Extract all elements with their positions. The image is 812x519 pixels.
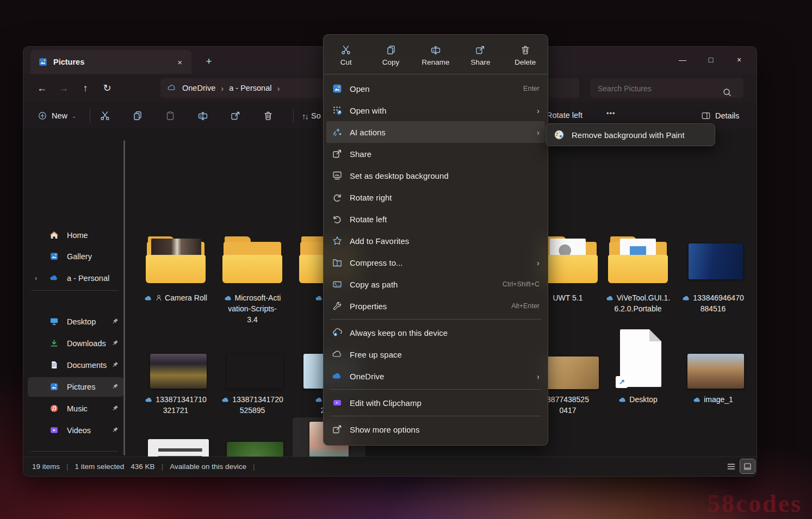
file-name: Desktop (629, 394, 657, 405)
gallery-icon (49, 252, 59, 261)
music-icon (49, 404, 59, 413)
delete-icon (263, 110, 274, 121)
menu-item-open[interactable]: OpenEnter (326, 78, 545, 99)
menu-item-always-keep-on-this-device[interactable]: Always keep on this device (326, 322, 545, 343)
toolbar-delete-button[interactable] (257, 107, 279, 124)
details-view-button[interactable] (724, 459, 739, 473)
tab-close-icon[interactable]: × (173, 57, 186, 68)
cloud-status-icon (315, 295, 324, 301)
file-name: 133846946470 (693, 292, 743, 303)
menu-item-open-with[interactable]: Open with› (326, 99, 545, 121)
toolbar-paste-button[interactable] (159, 107, 181, 124)
sidebar-item-downloads[interactable]: Downloads (28, 334, 123, 353)
toolbar-copy-button[interactable] (127, 107, 148, 124)
sidebar-item-videos[interactable]: Videos (28, 421, 123, 440)
maximize-button[interactable]: □ (697, 47, 725, 73)
forward-button[interactable]: → (53, 83, 75, 94)
sidebar-item-a-personal[interactable]: ›a - Personal (28, 268, 123, 288)
sidebar-item-music[interactable]: Music (28, 399, 123, 418)
ai-actions-submenu-item[interactable]: Remove background with Paint (546, 123, 715, 146)
see-more-button[interactable]: ••• (606, 109, 616, 117)
rotate-right-icon (332, 192, 343, 203)
search-input[interactable] (597, 78, 724, 99)
menu-item-compress-to[interactable]: Compress to...› (326, 252, 545, 273)
svg-text:A: A (432, 49, 435, 52)
cloud-status-icon (682, 295, 691, 301)
new-tab-button[interactable]: + (201, 53, 217, 70)
minimize-button[interactable]: — (668, 47, 697, 73)
toolbar-rename-button[interactable]: A (192, 107, 214, 124)
menu-item-onedrive[interactable]: OneDrive› (326, 365, 545, 387)
sidebar-item-pictures[interactable]: Pictures (28, 377, 123, 397)
file-name: 133871341720 (232, 394, 283, 405)
sidebar-item-desktop[interactable]: Desktop (28, 312, 123, 332)
menu-item-set-as-desktop-background[interactable]: Set as desktop background (326, 165, 545, 186)
menu-item-edit-with-clipchamp[interactable]: Edit with Clipchamp (326, 392, 545, 414)
svg-text:A: A (200, 115, 202, 118)
menu-item-properties[interactable]: PropertiesAlt+Enter (326, 295, 545, 317)
sort-button[interactable]: ↑↓ So (302, 107, 321, 124)
menu-item-ai-actions[interactable]: AI actions› (326, 121, 545, 143)
file-name: 3.4 (247, 314, 257, 325)
breadcrumb-cloud-icon (167, 83, 177, 93)
breadcrumb-chevron-icon[interactable]: › (277, 84, 280, 93)
breadcrumb-a-personal[interactable]: a - Personal (229, 84, 271, 92)
tab-pictures[interactable]: Pictures × (30, 50, 191, 74)
menu-accelerator: Ctrl+Shift+C (503, 280, 540, 288)
cloud-status-icon (606, 295, 615, 301)
search-box[interactable] (590, 78, 743, 98)
status-bar: 19 items | 1 item selected 436 KB | Avai… (23, 457, 757, 476)
sidebar-item-gallery[interactable]: Gallery (28, 247, 123, 266)
cloud-status-icon (144, 295, 153, 301)
sidebar-item-label: Desktop (67, 317, 109, 326)
menu-item-rotate-right[interactable]: Rotate right (326, 186, 545, 208)
large-icons-view-button[interactable] (740, 459, 755, 473)
copy-icon (132, 110, 143, 121)
menu-item-label: Open (350, 84, 516, 93)
toolbar-cut-button[interactable] (94, 107, 116, 124)
sidebar-scrollbar[interactable] (123, 140, 125, 455)
menu-item-share[interactable]: Share (326, 143, 545, 165)
menu-item-label: OneDrive (350, 372, 530, 381)
sidebar-item-documents[interactable]: Documents (28, 355, 123, 375)
breadcrumb-chevron-icon[interactable]: › (221, 84, 224, 93)
open-icon (332, 83, 343, 94)
new-button[interactable]: New ⌄ (33, 107, 80, 124)
refresh-button[interactable]: ↻ (96, 82, 118, 94)
menu-item-show-more-options[interactable]: Show more options (326, 418, 545, 440)
sidebar-item-home[interactable]: Home (28, 226, 123, 245)
pictures-icon (49, 382, 59, 391)
expand-chevron-icon[interactable]: › (32, 274, 40, 282)
menu-item-copy-as-path[interactable]: Copy as pathCtrl+Shift+C (326, 273, 545, 295)
command-label: Cut (340, 58, 352, 66)
wallpaper-icon (332, 170, 343, 181)
file-name: 6.2.0.Portable (614, 303, 661, 314)
menu-item-label: Properties (350, 302, 504, 311)
person-icon (155, 294, 163, 302)
menu-command-share[interactable]: Share (458, 42, 503, 66)
home-icon (49, 230, 59, 240)
menu-item-add-to-favorites[interactable]: Add to Favorites (326, 230, 545, 252)
menu-command-cut[interactable]: Cut (324, 42, 368, 66)
sidebar-divider (31, 290, 118, 291)
menu-item-label: Edit with Clipchamp (350, 398, 540, 408)
menu-item-rotate-left[interactable]: Rotate left (326, 208, 545, 230)
menu-item-label: Open with (350, 106, 530, 115)
details-button[interactable]: Details (701, 107, 739, 124)
back-button[interactable]: ← (31, 83, 53, 94)
close-button[interactable]: × (725, 47, 753, 73)
rotate-left-toolbar-button[interactable]: Rotate left (547, 111, 582, 120)
breadcrumb-onedrive[interactable]: OneDrive (182, 84, 215, 92)
menu-item-free-up-space[interactable]: Free up space (326, 343, 545, 365)
menu-item-label: Show more options (350, 425, 540, 434)
window-controls: — □ × (668, 47, 753, 73)
toolbar-share-button[interactable] (225, 107, 246, 124)
menu-command-copy[interactable]: Copy (368, 42, 413, 66)
folder-icon (222, 235, 282, 283)
up-button[interactable]: ↑ (75, 83, 96, 94)
sidebar-item-label: Home (67, 231, 109, 240)
menu-command-rename[interactable]: ARename (413, 42, 458, 66)
menu-command-delete[interactable]: Delete (503, 42, 548, 66)
menu-item-label: Rotate left (350, 215, 540, 224)
sidebar-item-label: Pictures (67, 383, 109, 391)
